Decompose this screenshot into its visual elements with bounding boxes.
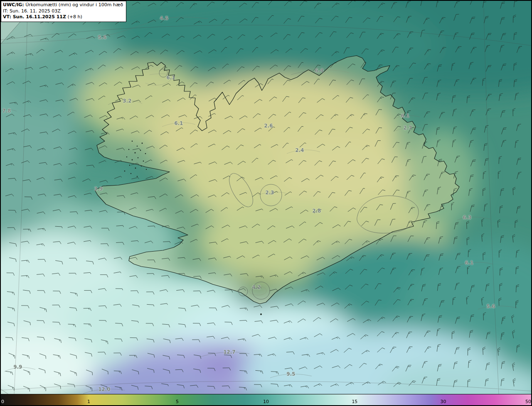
colorbar-tick-label: 0: [1, 399, 4, 404]
valid-time-offset: (+8 h): [66, 14, 82, 20]
colorbar-tick-label: 15: [352, 399, 357, 404]
product-desc: Úrkomumætti (mm) og vindur i 100m hæð: [24, 2, 123, 7]
title-line-product: UWC/IG: Úrkomumætti (mm) og vindur i 100…: [3, 2, 123, 8]
colorbar-tick-label: 50: [525, 399, 531, 404]
colorbar-container: 01510153050: [0, 394, 532, 406]
title-box: UWC/IG: Úrkomumætti (mm) og vindur i 100…: [1, 1, 126, 22]
title-line-init-time: IT: Sun. 16. 11. 2025 03Z: [3, 8, 123, 15]
map-canvas: [0, 0, 532, 394]
colorbar-tick-label: 30: [441, 399, 446, 404]
colorbar-tick-label: 1: [87, 399, 90, 404]
weather-map: 4.55.66.13.27.86.16.46.12.72.62.42.32.83…: [0, 0, 532, 406]
colorbar-tick-label: 5: [176, 399, 179, 404]
colorbar-tick-label: 10: [263, 399, 269, 404]
valid-time: VT: Sun. 16.11.2025 11Z: [3, 14, 66, 20]
product-id: UWC/IG:: [3, 2, 24, 7]
colorbar-ticks: 01510153050: [0, 394, 532, 406]
title-line-valid-time: VT: Sun. 16.11.2025 11Z (+8 h): [3, 14, 123, 20]
